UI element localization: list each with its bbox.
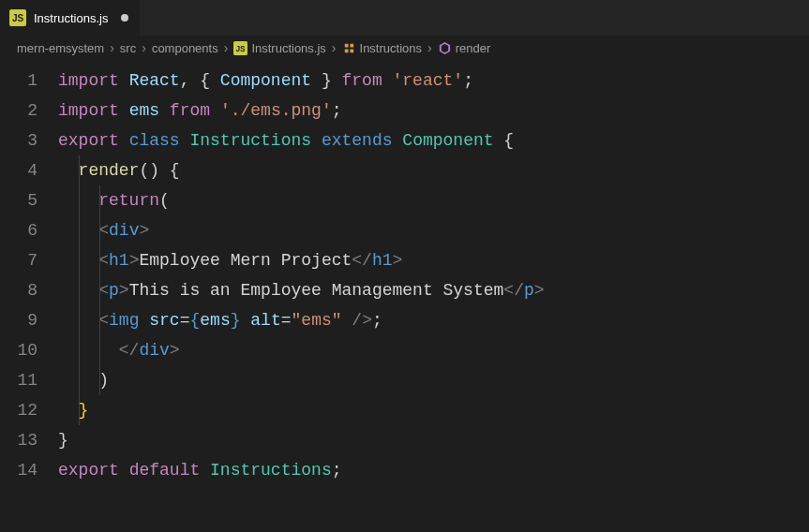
code-line[interactable]: export class Instructions extends Compon… bbox=[58, 126, 809, 155]
code-line[interactable]: render() { bbox=[58, 155, 809, 185]
breadcrumb-item[interactable]: src bbox=[120, 41, 136, 55]
line-number: 11 bbox=[0, 365, 37, 395]
line-number: 6 bbox=[0, 215, 37, 245]
line-number: 7 bbox=[0, 245, 37, 275]
method-icon bbox=[438, 41, 452, 55]
breadcrumb-item[interactable]: mern-emsystem bbox=[17, 41, 104, 55]
line-number: 14 bbox=[0, 455, 37, 485]
breadcrumb-item[interactable]: components bbox=[152, 41, 218, 55]
js-file-icon: JS bbox=[9, 9, 26, 26]
code-line[interactable]: </div> bbox=[58, 335, 809, 365]
line-number: 13 bbox=[0, 425, 37, 455]
svg-text:JS: JS bbox=[12, 13, 24, 23]
tab-instructions-js[interactable]: JS Instructions.js bbox=[0, 0, 141, 36]
indent-guide bbox=[99, 185, 100, 395]
code-line[interactable]: <h1>Employee Mern Project</h1> bbox=[58, 245, 809, 275]
code-line[interactable]: <div> bbox=[58, 215, 809, 245]
svg-text:JS: JS bbox=[236, 43, 247, 52]
line-number: 10 bbox=[0, 335, 37, 365]
line-number: 9 bbox=[0, 305, 37, 335]
code-line[interactable]: return( bbox=[58, 185, 809, 215]
chevron-right-icon: › bbox=[108, 40, 116, 55]
code-line[interactable]: ) bbox=[58, 365, 809, 395]
code-line[interactable]: <p>This is an Employee Management System… bbox=[58, 275, 809, 305]
chevron-right-icon: › bbox=[426, 40, 434, 55]
line-number: 12 bbox=[0, 395, 37, 425]
class-icon bbox=[342, 41, 356, 55]
indent-guide bbox=[79, 155, 80, 425]
chevron-right-icon: › bbox=[140, 40, 148, 55]
code-line[interactable]: export default Instructions; bbox=[58, 455, 809, 485]
js-file-icon: JS bbox=[233, 41, 247, 55]
breadcrumb[interactable]: mern-emsystem › src › components › JS In… bbox=[0, 36, 809, 60]
breadcrumb-item[interactable]: Instructions.js bbox=[251, 41, 325, 55]
breadcrumb-item[interactable]: render bbox=[456, 41, 491, 55]
tab-bar: JS Instructions.js bbox=[0, 0, 809, 36]
code-area[interactable]: import React, { Component } from 'react'… bbox=[58, 66, 809, 485]
breadcrumb-item[interactable]: Instructions bbox=[360, 41, 422, 55]
line-number: 5 bbox=[0, 185, 37, 215]
chevron-right-icon: › bbox=[222, 40, 231, 55]
code-line[interactable]: import ems from './ems.png'; bbox=[58, 96, 809, 126]
line-number: 3 bbox=[0, 126, 37, 155]
code-line[interactable]: import React, { Component } from 'react'… bbox=[58, 66, 809, 96]
line-number: 2 bbox=[0, 96, 37, 126]
chevron-right-icon: › bbox=[330, 40, 338, 55]
line-number: 8 bbox=[0, 275, 37, 305]
line-number: 1 bbox=[0, 66, 37, 96]
line-number-gutter: 1234567891011121314 bbox=[0, 66, 58, 485]
code-line[interactable]: } bbox=[58, 395, 809, 425]
code-line[interactable]: } bbox=[58, 425, 809, 455]
unsaved-dot-icon[interactable] bbox=[121, 14, 128, 22]
code-editor[interactable]: 1234567891011121314 import React, { Comp… bbox=[0, 60, 809, 485]
line-number: 4 bbox=[0, 155, 37, 185]
code-line[interactable]: <img src={ems} alt="ems" />; bbox=[58, 305, 809, 335]
tab-label: Instructions.js bbox=[34, 11, 108, 25]
